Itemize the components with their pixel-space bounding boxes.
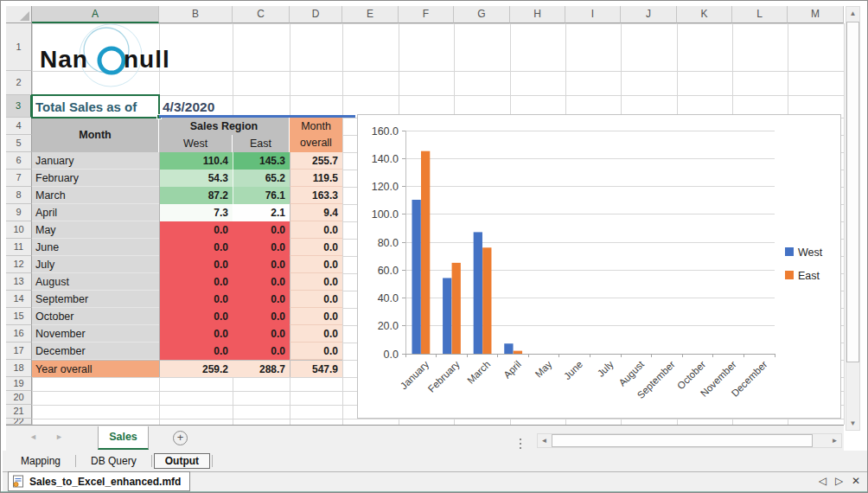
cell-month-January[interactable]: January — [32, 152, 159, 170]
sheet-tab-sales[interactable]: Sales — [98, 426, 149, 450]
column-header-I[interactable]: I — [565, 6, 621, 23]
cell-overall-March[interactable]: 163.3 — [290, 187, 342, 204]
cell-west-May[interactable]: 0.0 — [159, 221, 233, 239]
column-header-K[interactable]: K — [677, 6, 732, 23]
header-sales-region[interactable]: Sales Region — [159, 118, 290, 135]
cell-month-April[interactable]: April — [32, 204, 159, 221]
cell-west-December[interactable]: 0.0 — [159, 343, 233, 360]
prev-sheet-icon[interactable]: ◄ — [29, 432, 37, 441]
row-header-2[interactable]: 2 — [6, 71, 32, 95]
cell-overall-November[interactable]: 0.0 — [290, 325, 342, 343]
cell-overall-June[interactable]: 0.0 — [290, 239, 342, 256]
cell-west-March[interactable]: 87.2 — [159, 187, 233, 204]
cell-overall-October[interactable]: 0.0 — [290, 308, 342, 325]
row-header-13[interactable]: 13 — [6, 273, 32, 291]
cell-month-October[interactable]: October — [32, 308, 159, 325]
cell-west-February[interactable]: 54.3 — [159, 170, 233, 187]
row-header-8[interactable]: 8 — [6, 187, 32, 204]
cell-west-September[interactable]: 0.0 — [159, 291, 233, 308]
row-header-6[interactable]: 6 — [6, 152, 32, 170]
row-header-3[interactable]: 3 — [6, 95, 32, 118]
cell-west-November[interactable]: 0.0 — [159, 325, 233, 343]
cell-west-July[interactable]: 0.0 — [159, 256, 233, 273]
cell-month-September[interactable]: September — [32, 291, 159, 308]
cell-west-April[interactable]: 7.3 — [159, 204, 233, 221]
cell-overall-February[interactable]: 119.5 — [290, 170, 342, 187]
row-header-19[interactable]: 19 — [6, 377, 32, 391]
tab-output[interactable]: Output — [154, 453, 210, 469]
row-header-4[interactable]: 4 — [6, 118, 32, 135]
column-header-L[interactable]: L — [732, 6, 788, 23]
column-header-G[interactable]: G — [454, 6, 510, 23]
cell-overall-September[interactable]: 0.0 — [290, 291, 342, 308]
column-header-E[interactable]: E — [342, 6, 399, 23]
cell-east-June[interactable]: 0.0 — [233, 239, 290, 256]
row-header-1[interactable]: 1 — [6, 23, 32, 71]
scroll-left-button[interactable]: ◄ — [538, 434, 551, 447]
cell-month-May[interactable]: May — [32, 221, 159, 239]
doc-close-icon[interactable]: ✕ — [852, 475, 860, 487]
cell-overall-August[interactable]: 0.0 — [290, 273, 342, 291]
row-header-20[interactable]: 20 — [6, 391, 32, 405]
cell-west-October[interactable]: 0.0 — [159, 308, 233, 325]
column-header-D[interactable]: D — [290, 6, 342, 23]
add-sheet-button[interactable]: + — [173, 431, 188, 445]
cell-east-December[interactable]: 0.0 — [233, 343, 290, 360]
cell-year-west[interactable]: 259.2 — [159, 360, 233, 377]
row-header-12[interactable]: 12 — [6, 256, 32, 273]
cell-overall-May[interactable]: 0.0 — [290, 221, 342, 239]
row-header-21[interactable]: 21 — [6, 405, 32, 419]
doc-next-icon[interactable]: ▷ — [835, 475, 843, 487]
horizontal-scrollbar[interactable]: ◄ ► — [537, 433, 842, 448]
scroll-down-button[interactable]: ▼ — [846, 417, 859, 430]
row-header-14[interactable]: 14 — [6, 291, 32, 308]
doc-prev-icon[interactable]: ◁ — [819, 475, 827, 487]
cell-east-July[interactable]: 0.0 — [233, 256, 290, 273]
sales-chart[interactable]: 0.020.040.060.080.0100.0120.0140.0160.0J… — [357, 114, 841, 419]
cell-month-August[interactable]: August — [32, 273, 159, 291]
row-header-22[interactable]: 22 — [6, 419, 32, 425]
vertical-scrollbar[interactable]: ▲ ▼ — [846, 6, 860, 431]
cell-east-November[interactable]: 0.0 — [233, 325, 290, 343]
column-header-F[interactable]: F — [399, 6, 454, 23]
row-header-10[interactable]: 10 — [6, 221, 32, 239]
vertical-scroll-thumb[interactable] — [846, 22, 859, 362]
cell-year-overall[interactable]: 547.9 — [290, 360, 342, 377]
header-month-overall[interactable]: Monthoverall — [290, 118, 342, 152]
cell-west-January[interactable]: 110.4 — [159, 152, 233, 170]
column-header-J[interactable]: J — [621, 6, 677, 23]
header-west[interactable]: West — [159, 135, 233, 152]
row-header-17[interactable]: 17 — [6, 343, 32, 360]
cell-east-April[interactable]: 2.1 — [233, 204, 290, 221]
row-header-11[interactable]: 11 — [6, 239, 32, 256]
header-month[interactable]: Month — [32, 118, 159, 152]
row-header-16[interactable]: 16 — [6, 325, 32, 343]
column-header-M[interactable]: M — [788, 6, 844, 23]
cell-overall-April[interactable]: 9.4 — [290, 204, 342, 221]
scroll-up-button[interactable]: ▲ — [846, 7, 859, 20]
row-header-7[interactable]: 7 — [6, 170, 32, 187]
row-header-9[interactable]: 9 — [6, 204, 32, 221]
scroll-right-button[interactable]: ► — [828, 434, 841, 447]
column-header-H[interactable]: H — [510, 6, 565, 23]
row-header-18[interactable]: 18 — [6, 360, 32, 377]
row-header-15[interactable]: 15 — [6, 308, 32, 325]
document-tab[interactable]: Sales_to_Excel_enhanced.mfd — [8, 471, 190, 491]
cell-month-June[interactable]: June — [32, 239, 159, 256]
cell-east-March[interactable]: 76.1 — [233, 187, 290, 204]
cell-east-January[interactable]: 145.3 — [233, 152, 290, 170]
cell-overall-December[interactable]: 0.0 — [290, 343, 342, 360]
cell-month-July[interactable]: July — [32, 256, 159, 273]
cell-year-east[interactable]: 288.7 — [233, 360, 290, 377]
row-header-5[interactable]: 5 — [6, 135, 32, 152]
cell-east-August[interactable]: 0.0 — [233, 273, 290, 291]
next-sheet-icon[interactable]: ► — [55, 432, 63, 441]
cell-month-December[interactable]: December — [32, 343, 159, 360]
scrollbar-resize-handle[interactable] — [520, 436, 521, 451]
cell-west-August[interactable]: 0.0 — [159, 273, 233, 291]
cell-month-March[interactable]: March — [32, 187, 159, 204]
cell-month-February[interactable]: February — [32, 170, 159, 187]
column-header-C[interactable]: C — [233, 6, 290, 23]
tab-mapping[interactable]: Mapping — [8, 453, 73, 469]
cell-month-November[interactable]: November — [32, 325, 159, 343]
